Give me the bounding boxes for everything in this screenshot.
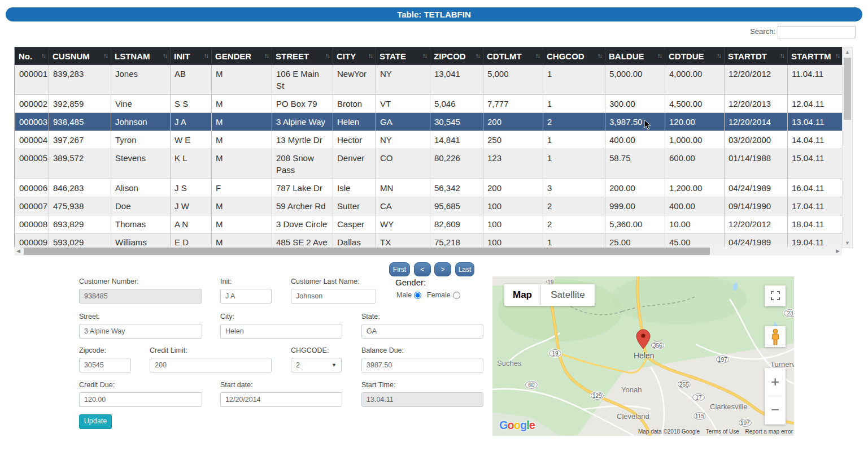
male-radio[interactable] <box>414 292 421 299</box>
table-row[interactable]: 000001839,283JonesABM106 E Main StNewYor… <box>15 65 843 95</box>
street-field[interactable] <box>79 324 202 339</box>
start-date-label: Start date: <box>220 381 253 389</box>
street-view-pegman-icon[interactable] <box>765 326 786 347</box>
credit-due-field[interactable] <box>79 392 202 407</box>
column-header[interactable]: CDTLMT↑↓ <box>483 47 543 65</box>
google-map[interactable]: Suches Yonah Cleveland Clarkesville Turn… <box>492 276 794 436</box>
zipcode-field[interactable] <box>79 358 131 372</box>
table-row[interactable]: 000003938,485JohnsonJ AM3 Alpine WayHele… <box>15 113 843 131</box>
sort-icon[interactable]: ↑↓ <box>368 51 372 59</box>
scroll-left-icon[interactable]: ◀ <box>14 247 23 255</box>
sort-icon[interactable]: ↑↓ <box>597 51 601 59</box>
table-cell: 106 E Main St <box>272 65 333 95</box>
table-row[interactable]: 000009593,029WilliamsE DM485 SE 2 AveDal… <box>15 233 843 248</box>
chgcode-select[interactable]: 2 ▼ <box>291 358 342 372</box>
update-button[interactable]: Update <box>79 414 112 429</box>
sort-icon[interactable]: ↑↓ <box>717 51 721 59</box>
column-header[interactable]: CUSNUM↑↓ <box>49 47 111 65</box>
map-view-button[interactable]: Map <box>504 284 540 306</box>
report-map-error-link[interactable]: Report a map error <box>745 428 793 435</box>
credit-limit-field[interactable] <box>150 358 272 372</box>
column-header[interactable]: STREET↑↓ <box>272 47 333 65</box>
column-header[interactable]: No.↑↓ <box>15 47 49 65</box>
next-record-button[interactable]: > <box>434 262 451 276</box>
sort-icon[interactable]: ↑↓ <box>41 51 45 59</box>
start-time-field[interactable] <box>361 392 483 407</box>
table-cell: 2 <box>543 113 605 131</box>
column-header[interactable]: STATE↑↓ <box>376 47 430 65</box>
scroll-down-icon[interactable]: ▼ <box>843 239 852 248</box>
map-marker-label: Helen <box>634 351 655 360</box>
sort-icon[interactable]: ↑↓ <box>204 51 208 59</box>
table-row[interactable]: 000007475,938DoeJ WM59 Archer RdSutterCA… <box>15 197 843 215</box>
female-radio-label: Female <box>427 291 451 299</box>
sort-icon[interactable]: ↑↓ <box>163 51 167 59</box>
table-row[interactable]: 000004397,267TyronW EM13 Myrtle DrHector… <box>15 131 843 149</box>
sort-icon[interactable]: ↑↓ <box>476 51 479 59</box>
first-record-button[interactable]: First <box>389 262 410 276</box>
route-shield-115: 115 <box>693 412 706 420</box>
sort-icon[interactable]: ↑↓ <box>535 51 539 59</box>
horizontal-scroll-thumb[interactable] <box>24 248 710 255</box>
table-cell: Thomas <box>111 215 171 233</box>
chgcode-selected-value: 2 <box>296 361 300 369</box>
sort-icon[interactable]: ↑↓ <box>325 51 329 59</box>
map-place-clarkesville: Clarkesville <box>710 402 747 411</box>
table-row[interactable]: 000005389,572StevensK LM208 Snow PassDen… <box>15 149 843 179</box>
sort-icon[interactable]: ↑↓ <box>103 51 107 59</box>
sort-icon[interactable]: ↑↓ <box>835 51 839 59</box>
last-record-button[interactable]: Last <box>455 262 474 276</box>
route-shield-23: 23 <box>784 309 794 317</box>
customer-table[interactable]: No.↑↓CUSNUM↑↓LSTNAM↑↓INIT↑↓GENDER↑↓STREE… <box>14 47 843 247</box>
sort-icon[interactable]: ↑↓ <box>780 51 784 59</box>
column-header[interactable]: GENDER↑↓ <box>212 47 272 65</box>
table-cell: 3 Alpine Way <box>272 113 333 131</box>
table-cell: S S <box>171 95 212 113</box>
column-header[interactable]: STARTTM↑↓ <box>788 47 843 65</box>
balance-due-field[interactable] <box>361 358 483 372</box>
female-radio[interactable] <box>453 292 460 299</box>
sort-icon[interactable]: ↑↓ <box>264 51 268 59</box>
column-header[interactable]: INIT↑↓ <box>171 47 212 65</box>
scroll-up-icon[interactable]: ▲ <box>843 47 852 57</box>
column-header[interactable]: CDTDUE↑↓ <box>665 47 725 65</box>
table-cell: 3 Dove Circle <box>272 215 333 233</box>
vertical-scroll-thumb[interactable] <box>844 58 851 120</box>
column-header[interactable]: LSTNAM↑↓ <box>111 47 171 65</box>
table-cell: 2 <box>543 197 605 215</box>
column-header[interactable]: BALDUE↑↓ <box>605 47 665 65</box>
last-name-field[interactable] <box>291 289 376 304</box>
search-input[interactable] <box>778 26 856 38</box>
table-cell: AB <box>171 65 212 95</box>
vertical-scrollbar[interactable]: ▲ ▼ <box>842 47 853 248</box>
zoom-out-button[interactable]: − <box>765 396 786 424</box>
table-cell: 82,609 <box>430 215 483 233</box>
init-label: Init: <box>220 278 232 285</box>
start-date-field[interactable] <box>220 392 342 407</box>
horizontal-scrollbar[interactable]: ◀ ▶ <box>14 247 842 255</box>
gender-label: Gender: <box>395 278 426 287</box>
zoom-in-button[interactable]: + <box>765 368 786 396</box>
table-row[interactable]: 000002392,859VineS SMPO Box 79BrotonVT5,… <box>15 95 843 113</box>
column-header[interactable]: CHGCOD↑↓ <box>543 47 605 65</box>
sort-icon[interactable]: ↑↓ <box>422 51 426 59</box>
state-field[interactable] <box>361 324 483 339</box>
terms-of-use-link[interactable]: Terms of Use <box>706 428 739 435</box>
scroll-right-icon[interactable]: ▶ <box>834 247 842 255</box>
column-header[interactable]: ZIPCOD↑↓ <box>430 47 483 65</box>
table-row[interactable]: 000006846,283AlisonJ SF787 Lake DrIsleMN… <box>15 179 843 197</box>
fullscreen-icon[interactable] <box>765 285 786 306</box>
table-cell: J S <box>171 179 212 197</box>
table-cell: 19.04.11 <box>788 233 843 248</box>
sort-icon[interactable]: ↑↓ <box>657 51 661 59</box>
previous-record-button[interactable]: < <box>414 262 431 276</box>
table-cell: 000007 <box>15 197 49 215</box>
table-row[interactable]: 000008693,829ThomasA NM3 Dove CircleCasp… <box>15 215 843 233</box>
init-field[interactable] <box>220 289 272 304</box>
city-field[interactable] <box>220 324 342 339</box>
table-cell: 04/24/1989 <box>725 179 788 197</box>
column-header[interactable]: CITY↑↓ <box>333 47 376 65</box>
customer-number-field[interactable] <box>79 289 202 304</box>
column-header[interactable]: STARTDT↑↓ <box>725 47 788 65</box>
satellite-view-button[interactable]: Satellite <box>540 284 595 306</box>
